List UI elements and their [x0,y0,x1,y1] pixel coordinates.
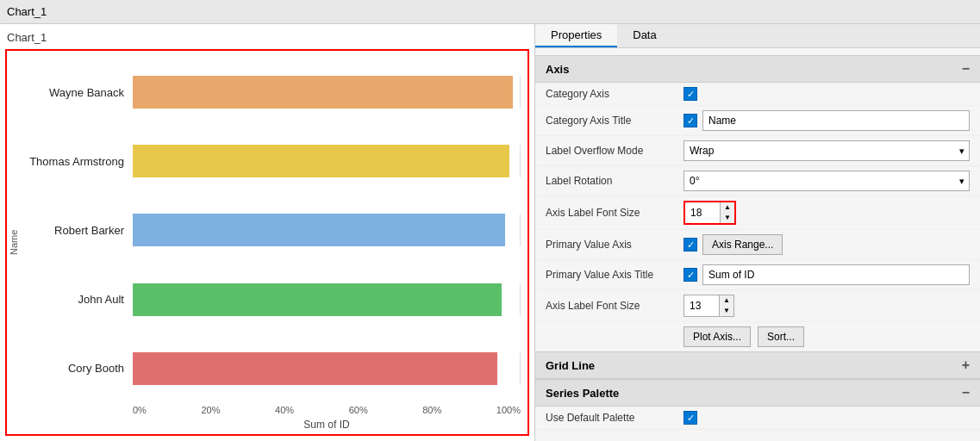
label-overflow-mode-select-wrapper: Wrap [684,140,970,161]
primary-value-axis-title-row: Primary Value Axis Title [535,260,980,290]
label-rotation-select[interactable]: 0° [684,171,970,191]
label-overflow-mode-label: Label Overflow Mode [546,145,684,157]
x-tick: 60% [349,405,368,415]
grid-line [520,352,521,385]
bar-row: Wayne Banack [21,76,521,109]
primary-value-axis-label: Primary Value Axis [546,239,684,251]
bar-track [133,76,521,109]
primary-value-axis-title-input[interactable] [702,264,970,285]
bar-fill [133,145,509,177]
grid-line [520,214,521,246]
grid-line [520,145,521,177]
axis-section-toggle[interactable]: − [962,61,970,77]
top-bar: Chart_1 [0,0,980,24]
series-palette-section-header[interactable]: Series Palette − [535,379,980,407]
use-default-palette-label: Use Default Palette [546,412,684,424]
axis-label-font-size2-down[interactable]: ▼ [720,306,733,316]
primary-value-axis-value: Axis Range... [684,234,970,255]
category-axis-title-checkbox[interactable] [684,114,697,127]
chart-tab-label: Chart_1 [7,5,47,18]
use-default-palette-row: Use Default Palette [535,407,980,430]
axis-label-font-size2-spinner: ▲ ▼ [684,295,734,317]
bar-track [133,352,521,385]
bar-fill [133,352,497,385]
y-axis-label: Name [7,51,21,434]
axis-label-font-size-up[interactable]: ▲ [721,202,734,213]
bar-label: Wayne Banack [21,86,133,99]
properties-panel: Properties Data Axis − Category Axis Cat… [534,24,980,441]
grid-line-section-toggle[interactable]: + [962,357,970,373]
bar-row: Thomas Armstrong [21,145,521,177]
tab-data[interactable]: Data [617,24,671,47]
bar-label: John Ault [21,293,133,306]
tab-properties[interactable]: Properties [535,24,617,47]
axis-label-font-size-spinner: ▲ ▼ [684,201,736,225]
props-body: Axis − Category Axis Category Axis Title [535,48,980,441]
axis-section-header[interactable]: Axis − [535,55,980,83]
use-default-palette-checkbox[interactable] [684,411,697,425]
bar-fill [133,76,513,109]
category-axis-title-row: Category Axis Title [535,106,980,136]
axis-label-font-size2-value: ▲ ▼ [684,295,970,317]
label-rotation-select-wrapper: 0° [684,171,970,191]
axis-label-font-size-label: Axis Label Font Size [546,207,684,219]
axis-label-font-size2-input[interactable] [684,295,719,316]
category-axis-title-input[interactable] [702,110,970,131]
chart-container: Name Wayne BanackThomas ArmstrongRobert … [5,49,529,436]
x-axis-label: Sum of ID [133,419,521,431]
bar-fill [133,214,505,246]
primary-value-axis-title-checkbox[interactable] [684,268,697,282]
category-axis-title-label: Category Axis Title [546,115,684,127]
category-axis-label: Category Axis [546,88,684,100]
bar-row: Robert Barker [21,214,521,246]
axis-range-button[interactable]: Axis Range... [702,234,783,255]
x-ticks: 0%20%40%60%80%100% [133,403,521,417]
axis-label-font-size-down[interactable]: ▼ [721,213,734,223]
series-palette-section-toggle[interactable]: − [962,385,970,401]
grid-line-section-label: Grid Line [546,359,595,372]
bar-label: Robert Barker [21,224,133,237]
label-overflow-mode-value: Wrap [684,140,970,161]
plot-sort-buttons-row: Plot Axis... Sort... [535,322,980,351]
grid-line [520,76,521,109]
axis-label-font-size-input[interactable] [685,202,720,223]
axis-label-font-size-spinbtns: ▲ ▼ [720,202,734,223]
category-axis-row: Category Axis [535,83,980,106]
bar-track [133,214,521,246]
grid-line-section-header[interactable]: Grid Line + [535,351,980,379]
category-axis-checkbox[interactable] [684,87,697,101]
series-palette-section-label: Series Palette [546,387,619,400]
axis-section-label: Axis [546,63,569,76]
category-axis-title-value [684,110,970,131]
bar-fill [133,283,502,316]
bar-rows: Wayne BanackThomas ArmstrongRobert Barke… [21,58,521,403]
primary-value-axis-title-value [684,264,970,285]
x-tick: 100% [496,405,521,415]
use-default-palette-value [684,411,970,425]
bar-row: John Ault [21,283,521,316]
props-tabs: Properties Data [535,24,980,48]
grid-line [520,283,521,316]
label-rotation-row: Label Rotation 0° [535,166,980,196]
label-rotation-value: 0° [684,171,970,191]
bar-track [133,283,521,316]
x-axis-area: 0%20%40%60%80%100% Sum of ID [133,403,521,434]
main-area: Chart_1 Name Wayne BanackThomas Armstron… [0,24,980,441]
sort-button[interactable]: Sort... [758,326,804,347]
axis-label-font-size-value: ▲ ▼ [684,201,970,225]
label-overflow-mode-select[interactable]: Wrap [684,140,970,161]
primary-value-axis-checkbox[interactable] [684,238,697,252]
chart-inner: Wayne BanackThomas ArmstrongRobert Barke… [21,51,527,434]
axis-label-font-size2-up[interactable]: ▲ [720,295,733,306]
axis-label-font-size2-label: Axis Label Font Size [546,300,684,312]
x-tick: 40% [275,405,294,415]
primary-value-axis-row: Primary Value Axis Axis Range... [535,230,980,260]
bar-track [133,145,521,177]
axis-label-font-size2-spinbtns: ▲ ▼ [719,295,733,316]
bar-row: Cory Booth [21,352,521,385]
bar-label: Cory Booth [21,362,133,375]
primary-value-axis-title-label: Primary Value Axis Title [546,269,684,281]
x-tick: 0% [133,405,147,415]
plot-axis-button[interactable]: Plot Axis... [684,326,751,347]
x-tick: 80% [422,405,441,415]
